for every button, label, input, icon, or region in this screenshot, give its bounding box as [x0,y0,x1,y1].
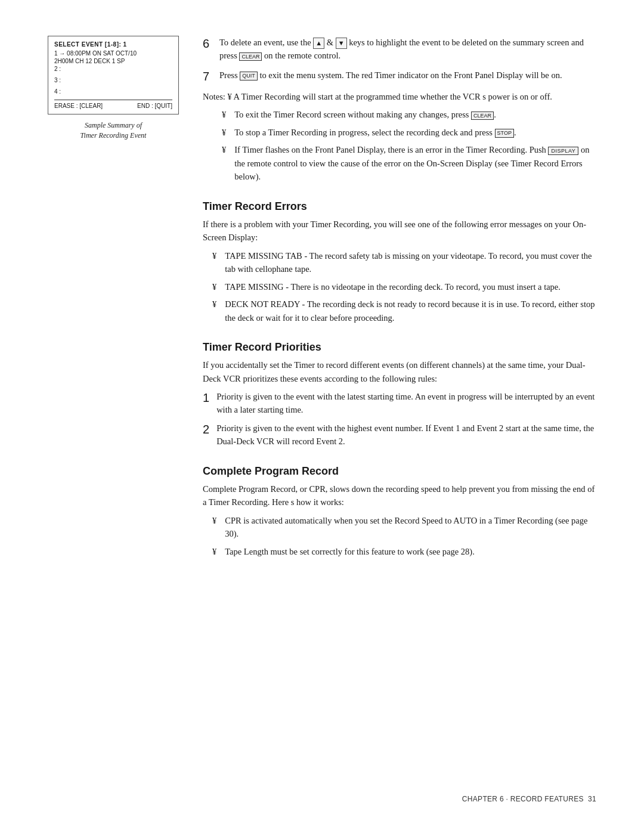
step-7-text: Press QUIT to exit the menu system. The … [219,69,596,82]
event-line-3: 2 : [54,66,172,72]
cpr-bullet-1: ¥ CPR is activated automatically when yo… [203,514,596,541]
content-area: SELECT EVENT [1-8]: 1 1 → 08:00PM ON SAT… [48,36,596,563]
cpr-bullets-list: ¥ CPR is activated automatically when yo… [203,514,596,558]
clear-button-label: CLEAR [239,52,262,61]
summary-box-bottom-bar: ERASE : [CLEAR] END : [QUIT] [54,100,172,109]
right-column: 6 To delete an event, use the ▲ & ▼ keys… [203,36,596,563]
cpr-bullet-2: ¥ Tape Length must be set correctly for … [203,545,596,558]
note-2-yen: ¥ [222,126,226,139]
note-3-text: If Timer flashes on the Front Panel Disp… [234,143,596,183]
quit-button-label: QUIT [240,72,258,80]
priority-num-1: 1 [203,390,209,405]
cpr-text-2: Tape Length must be set correctly for th… [225,545,475,558]
footer-chapter: CHAPTER 6 · RECORD FEATURES [462,795,584,803]
priority-item-2: 2 Priority is given to the event with th… [203,422,596,448]
timer-record-priorities-intro: If you accidentally set the Timer to rec… [203,358,596,385]
note-3: ¥ If Timer flashes on the Front Panel Di… [203,143,596,183]
left-column: SELECT EVENT [1-8]: 1 1 → 08:00PM ON SAT… [48,36,179,563]
footer: CHAPTER 6 · RECORD FEATURES 31 [462,795,596,803]
erase-label: ERASE : [CLEAR] [54,103,103,109]
note-2-text: To stop a Timer Recording in progress, s… [234,126,516,139]
footer-page-num: 31 [588,795,596,803]
priority-text-1: Priority is given to the event with the … [216,390,596,417]
error-bullet-1: ¥ TAPE MISSING TAB - The record safety t… [203,249,596,276]
clear-btn-note1: CLEAR [471,112,494,120]
notes-intro: Notes: ¥ A Timer Recording will start at… [203,90,596,103]
end-label: END : [QUIT] [137,103,172,109]
note-1-text: To exit the Timer Record screen without … [234,108,496,121]
step-7: 7 Press QUIT to exit the menu system. Th… [203,69,596,84]
stop-btn-note2: STOP [495,129,514,138]
priority-num-2: 2 [203,422,209,437]
error-yen-2: ¥ [212,280,216,293]
priorities-list: 1 Priority is given to the event with th… [203,390,596,448]
cpr-text-1: CPR is activated automatically when you … [225,514,596,541]
note-3-yen: ¥ [222,143,226,156]
error-yen-1: ¥ [212,249,216,262]
timer-record-errors-list: ¥ TAPE MISSING TAB - The record safety t… [203,249,596,324]
step-7-number: 7 [203,69,213,84]
timer-record-priorities-heading: Timer Record Priorities [203,341,596,354]
summary-box: SELECT EVENT [1-8]: 1 1 → 08:00PM ON SAT… [48,36,179,114]
note-2: ¥ To stop a Timer Recording in progress,… [203,126,596,139]
event-line-4: 3 : [54,77,172,83]
priority-item-1: 1 Priority is given to the event with th… [203,390,596,417]
error-text-3: DECK NOT READY - The recording deck is n… [225,298,596,324]
cpr-yen-1: ¥ [212,514,216,527]
error-bullet-2: ¥ TAPE MISSING - There is no videotape i… [203,280,596,293]
select-event-title: SELECT EVENT [1-8]: 1 [54,41,172,48]
complete-program-record-heading: Complete Program Record [203,465,596,478]
notes-section: Notes: ¥ A Timer Recording will start at… [203,90,596,184]
priority-text-2: Priority is given to the event with the … [216,422,596,448]
step-6: 6 To delete an event, use the ▲ & ▼ keys… [203,36,596,63]
error-text-1: TAPE MISSING TAB - The record safety tab… [225,249,596,276]
complete-program-record-intro: Complete Program Record, or CPR, slows d… [203,482,596,509]
caption-line1: Sample Summary of [85,121,142,129]
error-yen-3: ¥ [212,298,216,311]
caption: Sample Summary of Timer Recording Event [48,120,179,141]
event-line-5: 4 : [54,88,172,95]
display-btn-note3: DISPLAY [548,147,578,156]
error-bullet-3: ¥ DECK NOT READY - The recording deck is… [203,298,596,324]
note-1-yen: ¥ [222,108,226,121]
step-6-number: 6 [203,36,213,51]
error-text-2: TAPE MISSING - There is no videotape in … [225,280,561,293]
note-1: ¥ To exit the Timer Record screen withou… [203,108,596,121]
down-arrow-icon: ▼ [336,38,347,49]
cpr-yen-2: ¥ [212,545,216,558]
event-line-1: 1 → 08:00PM ON SAT OCT/10 [54,50,172,57]
up-arrow-icon: ▲ [313,38,324,49]
event-line-2: 2H00M CH 12 DECK 1 SP [54,58,172,64]
page: SELECT EVENT [1-8]: 1 1 → 08:00PM ON SAT… [0,0,644,833]
caption-line2: Timer Recording Event [80,131,147,140]
timer-record-errors-intro: If there is a problem with your Timer Re… [203,218,596,244]
timer-record-errors-heading: Timer Record Errors [203,200,596,213]
step-6-text: To delete an event, use the ▲ & ▼ keys t… [219,36,596,63]
